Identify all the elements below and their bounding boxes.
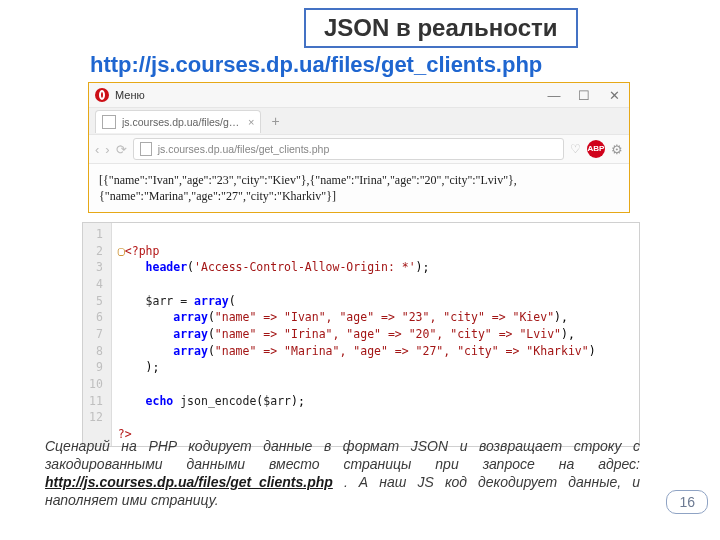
page-number: 16 xyxy=(666,490,708,514)
browser-page-content: [{"name":"Ivan","age":"23","city":"Kiev"… xyxy=(89,164,629,212)
window-close-button[interactable]: ✕ xyxy=(599,88,629,103)
slide-title: JSON в реальности xyxy=(304,8,578,48)
address-bar[interactable]: js.courses.dp.ua/files/get_clients.php xyxy=(133,138,564,160)
favicon-icon xyxy=(102,115,116,129)
caption-url: http://js.courses.dp.ua/files/get_client… xyxy=(45,474,333,490)
nav-forward-icon[interactable]: › xyxy=(105,142,109,157)
tab-strip: js.courses.dp.ua/files/get_... × + xyxy=(89,108,629,135)
slide-caption: Сценарий на PHP кодирует данные в формат… xyxy=(45,438,640,510)
page-icon xyxy=(140,142,152,156)
browser-window: Меню — ☐ ✕ js.courses.dp.ua/files/get_..… xyxy=(88,82,630,213)
nav-back-icon[interactable]: ‹ xyxy=(95,142,99,157)
browser-titlebar: Меню — ☐ ✕ xyxy=(89,83,629,108)
browser-tab[interactable]: js.courses.dp.ua/files/get_... × xyxy=(95,110,261,133)
favorite-icon[interactable]: ♡ xyxy=(570,142,581,156)
window-maximize-button[interactable]: ☐ xyxy=(569,88,599,103)
line-numbers: 1 2 3 4 5 6 7 8 9 10 11 12 xyxy=(83,223,112,446)
code-body: ▢<?php header('Access-Control-Allow-Orig… xyxy=(112,223,602,446)
reload-icon[interactable]: ⟳ xyxy=(116,142,127,157)
tab-title: js.courses.dp.ua/files/get_... xyxy=(122,116,242,128)
address-row: ‹ › ⟳ js.courses.dp.ua/files/get_clients… xyxy=(89,135,629,164)
settings-icon[interactable]: ⚙ xyxy=(611,142,623,157)
abp-icon[interactable]: ABP xyxy=(587,140,605,158)
window-minimize-button[interactable]: — xyxy=(539,88,569,103)
address-text: js.courses.dp.ua/files/get_clients.php xyxy=(158,143,330,155)
opera-logo-icon xyxy=(95,88,109,102)
menu-button[interactable]: Меню xyxy=(115,89,145,101)
code-listing: 1 2 3 4 5 6 7 8 9 10 11 12 ▢<?php header… xyxy=(82,222,640,447)
tab-close-icon[interactable]: × xyxy=(248,116,254,128)
resource-url: http://js.courses.dp.ua/files/get_client… xyxy=(90,52,542,78)
new-tab-button[interactable]: + xyxy=(271,113,279,129)
